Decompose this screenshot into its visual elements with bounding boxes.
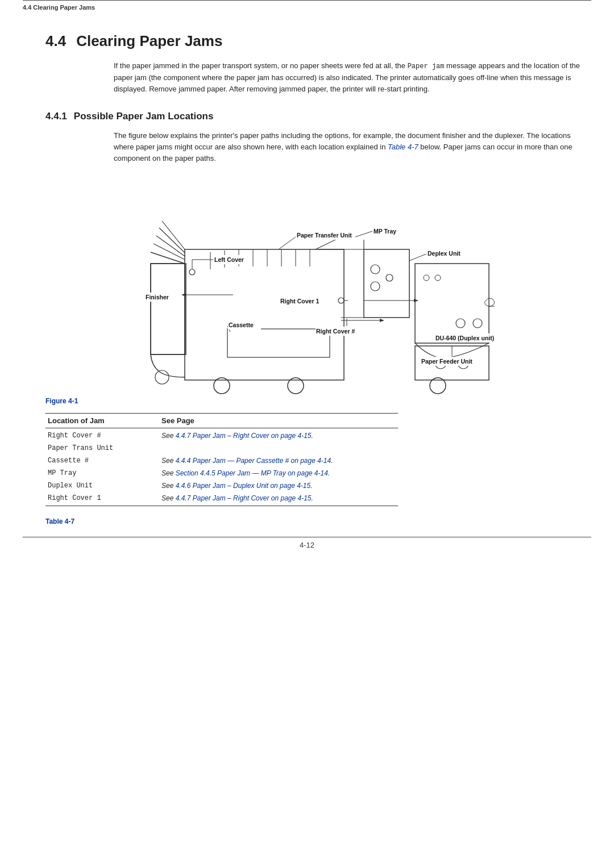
location-cell: Duplex Unit — [45, 479, 159, 492]
table-row: Right Cover 1 See 4.4.7 Paper Jam – Righ… — [45, 492, 398, 506]
location-cell: Cassette # — [45, 454, 159, 467]
table-header-row: Location of Jam See Page — [45, 414, 398, 428]
location-cell: MP Tray — [45, 467, 159, 479]
see-page-cell: See Section 4.4.5 Paper Jam — MP Tray on… — [159, 467, 398, 479]
see-page-cell: See 4.4.7 Paper Jam – Right Cover on pag… — [159, 492, 398, 506]
svg-point-27 — [424, 275, 429, 281]
table-header: Location of Jam See Page — [45, 414, 398, 428]
see-page-link[interactable]: 4.4.7 Paper Jam – Right Cover on page 4-… — [176, 494, 313, 502]
see-page-link[interactable]: Section 4.4.5 Paper Jam — MP Tray on pag… — [176, 469, 330, 477]
svg-line-46 — [279, 237, 296, 249]
see-page-link[interactable]: 4.4.7 Paper Jam – Right Cover on page 4-… — [176, 432, 313, 440]
see-page-cell: See 4.4.4 Paper Jam — Paper Cassette # o… — [159, 454, 398, 467]
jam-table: Location of Jam See Page Right Cover # S… — [45, 413, 398, 506]
paper-transfer-unit-label: Paper Transfer Unit — [297, 232, 352, 239]
section-title-text: Clearing Paper Jams — [76, 32, 222, 49]
location-cell: Paper Trans Unit — [45, 442, 159, 454]
page-number: 4-12 — [300, 541, 314, 549]
table-container: Location of Jam See Page Right Cover # S… — [45, 413, 591, 506]
svg-rect-6 — [151, 264, 186, 354]
subsection-number: 4.4.1 — [45, 111, 67, 122]
svg-point-7 — [155, 370, 169, 384]
see-page-link[interactable]: 4.4.6 Paper Jam – Duplex Unit on page 4-… — [176, 482, 313, 490]
paper-jam-code: Paper jam — [408, 62, 445, 70]
svg-rect-8 — [185, 249, 344, 380]
location-cell: Right Cover 1 — [45, 492, 159, 506]
svg-marker-10 — [181, 293, 186, 297]
left-cover-label: Left Cover — [214, 256, 244, 263]
col-location: Location of Jam — [45, 414, 159, 428]
mp-tray-label: MP Tray — [374, 228, 396, 235]
page: 4.4 Clearing Paper Jams 4.4Clearing Pape… — [0, 0, 614, 868]
svg-point-29 — [456, 319, 465, 328]
finisher-label: Finisher — [146, 294, 169, 301]
svg-line-2 — [154, 244, 185, 260]
printer-diagram: Left Cover Paper Transfer Unit MP Tray D… — [119, 176, 517, 391]
svg-point-30 — [473, 319, 482, 328]
svg-rect-37 — [227, 329, 330, 357]
top-rule — [23, 0, 591, 4]
subsection-paragraph: The figure below explains the printer's … — [114, 130, 591, 164]
subsection-content: The figure below explains the printer's … — [114, 130, 591, 164]
table-row: Right Cover # See 4.4.7 Paper Jam – Righ… — [45, 428, 398, 443]
section-title: 4.4Clearing Paper Jams — [45, 32, 591, 50]
svg-point-23 — [371, 265, 380, 274]
svg-point-11 — [189, 269, 195, 275]
subsection-title: 4.4.1Possible Paper Jam Locations — [45, 111, 591, 122]
table-row: MP Tray See Section 4.4.5 Paper Jam — MP… — [45, 467, 398, 479]
col-see-page: See Page — [159, 414, 398, 428]
paper-feeder-unit-label: Paper Feeder Unit — [421, 358, 472, 365]
see-page-cell: See 4.4.6 Paper Jam – Duplex Unit on pag… — [159, 479, 398, 492]
svg-rect-22 — [364, 249, 409, 318]
printer-svg: Left Cover Paper Transfer Unit MP Tray D… — [119, 176, 517, 394]
subsection-title-text: Possible Paper Jam Locations — [74, 111, 214, 122]
table-body: Right Cover # See 4.4.7 Paper Jam – Righ… — [45, 428, 398, 506]
intro-content: If the paper jammed in the paper transpo… — [114, 60, 591, 95]
table-row: Duplex Unit See 4.4.6 Paper Jam – Duplex… — [45, 479, 398, 492]
du640-label: DU-640 (Duplex unit) — [435, 335, 494, 341]
svg-line-1 — [151, 252, 185, 264]
svg-point-28 — [435, 275, 441, 281]
figure-label: Figure 4-1 — [45, 397, 591, 405]
cassette-label: Cassette — [229, 322, 254, 328]
svg-marker-42 — [380, 319, 384, 322]
table-ref-link[interactable]: Table 4-7 — [388, 143, 418, 151]
location-cell: Right Cover # — [45, 428, 159, 443]
svg-point-24 — [371, 282, 380, 291]
intro-paragraph: If the paper jammed in the paper transpo… — [114, 60, 591, 95]
svg-rect-26 — [415, 264, 489, 343]
figure-container: Left Cover Paper Transfer Unit MP Tray D… — [45, 176, 591, 391]
svg-marker-32 — [414, 299, 418, 302]
svg-line-50 — [409, 254, 426, 261]
svg-line-5 — [162, 221, 185, 249]
table-row: Cassette # See 4.4.4 Paper Jam — Paper C… — [45, 454, 398, 467]
deplex-unit-label: Deplex Unit — [428, 250, 460, 257]
see-page-cell: See 4.4.7 Paper Jam – Right Cover on pag… — [159, 428, 398, 455]
svg-point-25 — [386, 274, 393, 281]
see-page-link[interactable]: 4.4.4 Paper Jam — Paper Cassette # on pa… — [176, 457, 333, 465]
right-cover-hash-label: Right Cover # — [316, 328, 355, 335]
section-number: 4.4 — [45, 32, 66, 49]
svg-point-12 — [338, 298, 344, 303]
svg-rect-0 — [151, 264, 185, 354]
table-label: Table 4-7 — [45, 518, 591, 525]
right-cover-1-label: Right Cover 1 — [280, 298, 319, 304]
breadcrumb: 4.4 Clearing Paper Jams — [23, 4, 591, 15]
page-footer: 4-12 — [23, 537, 591, 549]
